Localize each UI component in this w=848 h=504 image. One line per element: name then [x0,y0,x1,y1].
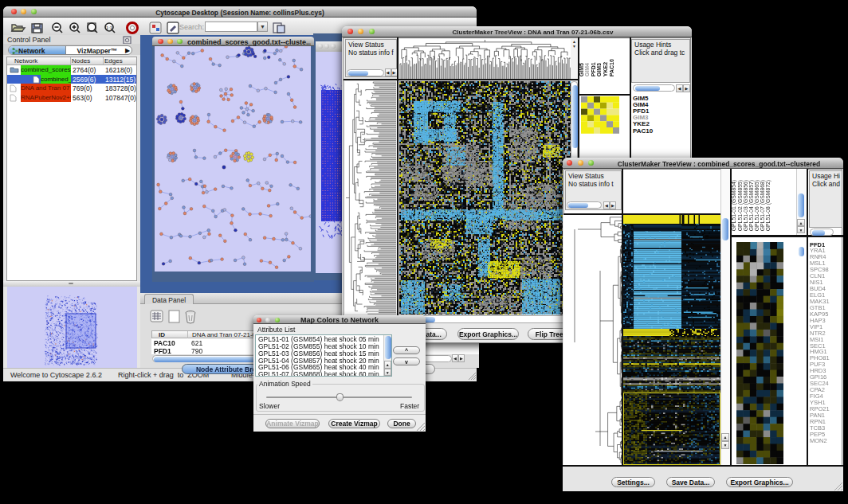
svg-text:1:1: 1:1 [106,25,113,30]
